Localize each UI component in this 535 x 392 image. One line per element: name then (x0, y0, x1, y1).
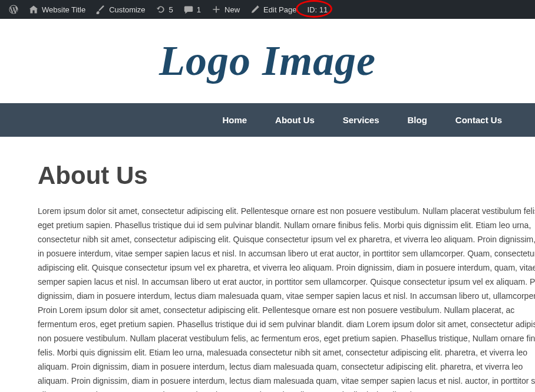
wordpress-icon (9, 5, 18, 14)
plus-icon (212, 5, 221, 14)
updates-link[interactable]: 5 (151, 0, 179, 19)
page-id-indicator: ID: 11 (302, 0, 333, 19)
customize-label: Customize (109, 5, 145, 14)
edit-page-label: Edit Page (263, 5, 296, 14)
site-title-label: Website Title (42, 5, 85, 14)
logo-area: Logo Image (0, 19, 535, 103)
page-title: About Us (38, 162, 535, 190)
wp-admin-bar: Website Title Customize 5 1 New Edit Pag… (0, 0, 535, 19)
page-body: About Us Lorem ipsum dolor sit amet, con… (0, 137, 535, 392)
comments-link[interactable]: 1 (179, 0, 206, 19)
edit-page-link[interactable]: Edit Page (245, 0, 302, 19)
wp-logo[interactable] (4, 0, 24, 19)
nav-item-home[interactable]: Home (222, 115, 247, 125)
page-id-label: ID: 11 (307, 5, 328, 14)
updates-count: 5 (169, 5, 173, 14)
nav-item-blog[interactable]: Blog (407, 115, 427, 125)
comment-icon (184, 5, 193, 14)
brush-icon (96, 5, 105, 14)
nav-item-services[interactable]: Services (343, 115, 379, 125)
customize-link[interactable]: Customize (91, 0, 150, 19)
new-label: New (224, 5, 240, 14)
nav-item-contact-us[interactable]: Contact Us (455, 115, 502, 125)
main-nav: Home About Us Services Blog Contact Us (0, 103, 535, 137)
comments-count: 1 (197, 5, 201, 14)
nav-item-about-us[interactable]: About Us (275, 115, 315, 125)
logo-image: Logo Image (159, 37, 376, 84)
pencil-icon (250, 5, 260, 14)
refresh-icon (156, 5, 166, 14)
page-content: Lorem ipsum dolor sit amet, consectetur … (38, 204, 535, 392)
site-title-link[interactable]: Website Title (24, 0, 91, 19)
new-content-link[interactable]: New (206, 0, 245, 19)
home-icon (29, 5, 38, 14)
